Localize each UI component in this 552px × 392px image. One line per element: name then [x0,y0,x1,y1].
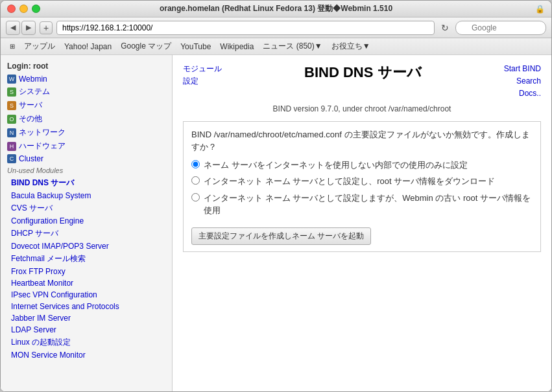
module-heartbeat[interactable]: Heartbeat Monitor [1,277,172,289]
back-button[interactable]: ◀ [6,21,20,35]
sidebar-login: Login: root [1,59,172,73]
module-bacula[interactable]: Bacula Backup System [1,190,172,202]
radio-label-2: インターネット ネーム サーバとして設定し、root サーバ情報をダウンロード [204,175,495,188]
grid-view-button[interactable]: ⊞ [6,40,19,53]
radio-input-1[interactable] [191,160,200,168]
module-ipsec[interactable]: IPsec VPN Configuration [1,289,172,301]
module-ldap[interactable]: LDAP Server [1,324,172,336]
module-mon[interactable]: MON Service Monitor [1,349,172,361]
grid-icon: ⊞ [10,43,15,50]
module-internet-services[interactable]: Internet Services and Protocols [1,301,172,312]
start-bind-link[interactable]: Start BIND [504,63,541,75]
bookmark-news[interactable]: ニュース (850)▼ [259,40,326,53]
warning-text: BIND /var/named/chroot/etc/named.conf の主… [191,128,533,154]
module-bind-dns[interactable]: BIND DNS サーバ [1,176,172,190]
radio-label-3: インターネット ネーム サーバとして設定しますが、Webmin の古い root… [204,192,533,217]
nav-buttons: ◀ ▶ [6,21,36,35]
server-icon: S [7,101,16,110]
sidebar-item-network[interactable]: N ネットワーク [1,126,172,139]
module-dovecot[interactable]: Dovecot IMAP/POP3 Server [1,240,172,252]
network-label: ネットワーク [19,127,66,138]
bookmark-wikipedia[interactable]: Wikipedia [216,40,258,53]
settings-link[interactable]: 設定 [183,75,222,87]
other-icon: O [7,115,16,124]
search-input[interactable] [455,21,546,35]
new-tab-button[interactable]: + [40,21,53,34]
action-button[interactable]: 主要設定ファイルを作成しネーム サーバを起動 [191,227,371,245]
window-title: orange.homelan (Redhat Linux Fedora 13) … [160,3,392,14]
sidebar: Login: root W Webmin S システム S サーバ O その他 … [1,55,173,391]
hardware-icon: H [7,142,16,151]
sidebar-item-system[interactable]: S システム [1,85,172,98]
bookmark-google-maps[interactable]: Google マップ [117,40,175,53]
minimize-button[interactable] [19,5,28,13]
radio-option-3: インターネット ネーム サーバとして設定しますが、Webmin の古い root… [191,192,533,217]
toolbar: ◀ ▶ + ↻ 🔍 [1,17,551,38]
forward-button[interactable]: ▶ [21,21,36,35]
sidebar-item-server[interactable]: S サーバ [1,98,172,112]
hardware-label: ハードウェア [19,141,66,152]
warning-box: BIND /var/named/chroot/etc/named.conf の主… [183,121,541,252]
radio-option-1: ネーム サーバをインターネットを使用しない内部での使用のみに設定 [191,159,533,172]
module-jabber[interactable]: Jabber IM Server [1,312,172,324]
search-link[interactable]: Search [504,75,541,87]
docs-link[interactable]: Docs.. [504,87,541,100]
cluster-label: Cluster [19,154,43,163]
module-settings-links: モジュール 設定 [183,63,222,87]
webmin-label: Webmin [19,75,47,84]
bookmarks-bar: ⊞ アップル Yahoo! Japan Google マップ YouTube W… [1,38,551,55]
bookmark-apple[interactable]: アップル [20,40,59,53]
address-bar[interactable] [56,21,435,35]
close-button[interactable] [7,5,16,13]
main-content: モジュール 設定 BIND DNS サーバ Start BIND Search … [173,55,551,391]
lock-icon: 🔒 [535,5,545,14]
bookmark-useful[interactable]: お役立ち▼ [328,40,374,53]
network-icon: N [7,128,16,137]
module-fetchmail[interactable]: Fetchmail メール検索 [1,252,172,266]
maximize-button[interactable] [32,5,40,13]
bookmark-youtube[interactable]: YouTube [176,40,215,53]
module-cvs[interactable]: CVS サーバ [1,202,172,215]
page-title: BIND DNS サーバ [228,63,498,82]
page-header: モジュール 設定 BIND DNS サーバ Start BIND Search … [183,63,541,100]
title-bar: orange.homelan (Redhat Linux Fedora 13) … [1,1,551,17]
module-link[interactable]: モジュール [183,63,222,75]
cluster-icon: C [7,154,16,163]
sidebar-item-other[interactable]: O その他 [1,112,172,126]
module-linux-boot[interactable]: Linux の起動設定 [1,336,172,349]
radio-input-3[interactable] [191,193,200,202]
sidebar-item-hardware[interactable]: H ハードウェア [1,139,172,153]
system-label: システム [19,86,50,97]
browser-window: orange.homelan (Redhat Linux Fedora 13) … [0,0,552,392]
radio-input-2[interactable] [191,176,200,185]
radio-option-2: インターネット ネーム サーバとして設定し、root サーバ情報をダウンロード [191,175,533,188]
radio-label-1: ネーム サーバをインターネットを使用しない内部での使用のみに設定 [204,159,468,172]
bookmark-yahoo[interactable]: Yahoo! Japan [60,40,115,53]
top-right-links: Start BIND Search Docs.. [504,63,541,100]
content-area: Login: root W Webmin S システム S サーバ O その他 … [1,55,551,391]
module-config-engine[interactable]: Configuration Engine [1,215,172,227]
search-wrapper: 🔍 [455,21,546,35]
sidebar-item-cluster[interactable]: C Cluster [1,153,172,165]
server-label: サーバ [19,100,42,111]
webmin-icon: W [7,75,16,84]
page-subtitle: BIND version 9.7.0, under chroot /var/na… [183,104,541,113]
traffic-lights [7,5,40,13]
refresh-button[interactable]: ↻ [438,21,451,34]
module-dhcp[interactable]: DHCP サーバ [1,227,172,240]
sidebar-item-webmin[interactable]: W Webmin [1,73,172,85]
unused-modules-label: Un-used Modules [1,165,172,176]
system-icon: S [7,87,16,97]
other-label: その他 [19,113,42,124]
radio-group: ネーム サーバをインターネットを使用しない内部での使用のみに設定 インターネット… [191,159,533,217]
module-frox[interactable]: Frox FTP Proxy [1,266,172,277]
